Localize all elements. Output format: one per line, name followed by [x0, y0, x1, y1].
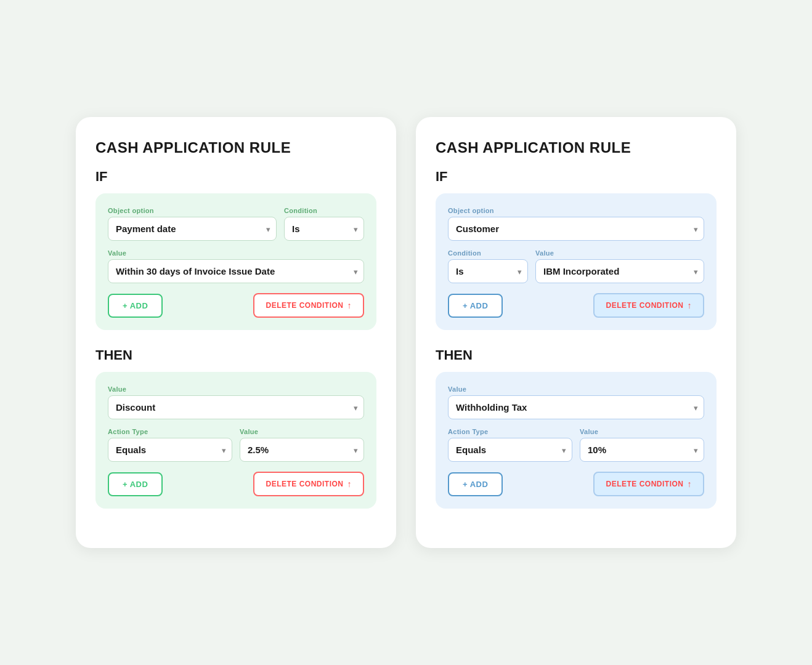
right-if-delete-button[interactable]: DELETE CONDITION ↑: [593, 293, 704, 318]
right-then-row2: Action Type Equals Value 10%: [448, 428, 704, 462]
left-if-add-button[interactable]: + ADD: [108, 294, 163, 318]
arrow-up-icon-4: ↑: [688, 479, 692, 489]
arrow-up-icon-2: ↑: [347, 479, 352, 489]
left-then-box: Value Discount Action Type Equals: [95, 372, 376, 509]
right-then-value-row: Value Withholding Tax: [448, 385, 704, 419]
right-object-option-label: Object option: [448, 207, 704, 214]
right-if-box: Object option Customer Condition Is: [436, 193, 717, 330]
left-then-row2: Action Type Equals Value 2.5%: [108, 428, 364, 462]
left-then-action-row: + ADD DELETE CONDITION ↑: [108, 472, 364, 496]
left-object-option-select-wrapper[interactable]: Payment date: [108, 217, 277, 241]
right-then-box: Value Withholding Tax Action Type Equals: [436, 372, 717, 509]
right-condition-field: Condition Is: [448, 249, 528, 283]
right-condition-label: Condition: [448, 249, 528, 257]
arrow-up-icon-3: ↑: [688, 300, 692, 310]
left-then-value2-label: Value: [240, 428, 364, 435]
left-action-type-select[interactable]: Equals: [108, 438, 232, 462]
left-if-action-row: + ADD DELETE CONDITION ↑: [108, 293, 364, 318]
left-then-value-row: Value Discount: [108, 385, 364, 419]
right-if-delete-label: DELETE CONDITION: [606, 301, 683, 310]
left-object-option-label: Object option: [108, 207, 277, 214]
right-condition-select-wrapper[interactable]: Is: [448, 259, 528, 283]
left-then-value-select[interactable]: Discount: [108, 395, 364, 419]
right-action-type-field: Action Type Equals: [448, 428, 572, 462]
right-if-object-row: Object option Customer: [448, 207, 704, 241]
left-then-value2-select[interactable]: 2.5%: [240, 438, 364, 462]
right-if-label: IF: [436, 169, 717, 185]
left-condition-select-wrapper[interactable]: Is: [284, 217, 364, 241]
left-object-option-select[interactable]: Payment date: [108, 217, 277, 241]
right-card: CASH APPLICATION RULE IF Object option C…: [416, 117, 736, 548]
right-then-value2-select-wrapper[interactable]: 10%: [580, 438, 704, 462]
left-then-add-button[interactable]: + ADD: [108, 472, 163, 496]
right-if-value-label: Value: [535, 249, 704, 257]
right-action-type-select-wrapper[interactable]: Equals: [448, 438, 572, 462]
left-then-delete-label: DELETE CONDITION: [266, 480, 343, 488]
left-condition-label: Condition: [284, 207, 364, 214]
right-if-value-select[interactable]: IBM Incorporated: [535, 259, 704, 283]
right-if-add-button[interactable]: + ADD: [448, 294, 503, 318]
right-if-value-select-wrapper[interactable]: IBM Incorporated: [535, 259, 704, 283]
right-then-value-select-wrapper[interactable]: Withholding Tax: [448, 395, 704, 419]
left-object-option-field: Object option Payment date: [108, 207, 277, 241]
right-then-value2-select[interactable]: 10%: [580, 438, 704, 462]
left-if-value-row: Value Within 30 days of Invoice Issue Da…: [108, 249, 364, 283]
right-then-value-label: Value: [448, 385, 704, 393]
arrow-up-icon: ↑: [347, 300, 352, 310]
left-if-value-select[interactable]: Within 30 days of Invoice Issue Date: [108, 259, 364, 283]
left-then-value-select-wrapper[interactable]: Discount: [108, 395, 364, 419]
right-if-row2: Condition Is Value IBM Incorporated: [448, 249, 704, 283]
right-then-value-select[interactable]: Withholding Tax: [448, 395, 704, 419]
right-action-type-label: Action Type: [448, 428, 572, 435]
left-if-delete-button[interactable]: DELETE CONDITION ↑: [253, 293, 364, 318]
left-condition-select[interactable]: Is: [284, 217, 364, 241]
left-then-value2-field: Value 2.5%: [240, 428, 364, 462]
right-object-option-select[interactable]: Customer: [448, 217, 704, 241]
right-condition-select[interactable]: Is: [448, 259, 528, 283]
right-card-title: CASH APPLICATION RULE: [436, 139, 717, 156]
left-if-label: IF: [95, 169, 376, 185]
left-card-title: CASH APPLICATION RULE: [95, 139, 376, 156]
left-then-delete-button[interactable]: DELETE CONDITION ↑: [253, 472, 364, 496]
left-action-type-field: Action Type Equals: [108, 428, 232, 462]
right-if-action-row: + ADD DELETE CONDITION ↑: [448, 293, 704, 318]
right-then-value2-field: Value 10%: [580, 428, 704, 462]
left-if-delete-label: DELETE CONDITION: [266, 301, 343, 310]
left-then-value2-select-wrapper[interactable]: 2.5%: [240, 438, 364, 462]
right-if-value-field: Value IBM Incorporated: [535, 249, 704, 283]
right-then-action-row: + ADD DELETE CONDITION ↑: [448, 472, 704, 496]
left-then-label: THEN: [95, 347, 376, 363]
left-if-value-select-wrapper[interactable]: Within 30 days of Invoice Issue Date: [108, 259, 364, 283]
left-action-type-label: Action Type: [108, 428, 232, 435]
right-then-delete-button[interactable]: DELETE CONDITION ↑: [593, 472, 704, 496]
left-then-value-label: Value: [108, 385, 364, 393]
right-then-label: THEN: [436, 347, 717, 363]
page-wrapper: CASH APPLICATION RULE IF Object option P…: [36, 117, 776, 548]
right-then-value2-label: Value: [580, 428, 704, 435]
left-if-value-label: Value: [108, 249, 364, 257]
left-condition-field: Condition Is: [284, 207, 364, 241]
right-then-delete-label: DELETE CONDITION: [606, 480, 683, 488]
right-action-type-select[interactable]: Equals: [448, 438, 572, 462]
right-object-option-select-wrapper[interactable]: Customer: [448, 217, 704, 241]
left-action-type-select-wrapper[interactable]: Equals: [108, 438, 232, 462]
left-if-box: Object option Payment date Condition Is: [95, 193, 376, 330]
right-then-add-button[interactable]: + ADD: [448, 472, 503, 496]
left-if-row1: Object option Payment date Condition Is: [108, 207, 364, 241]
left-card: CASH APPLICATION RULE IF Object option P…: [76, 117, 396, 548]
